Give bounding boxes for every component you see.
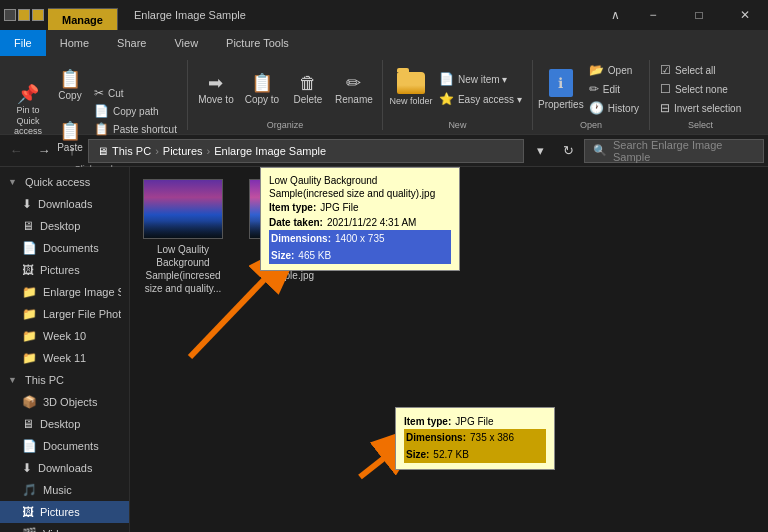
close-button[interactable]: ✕ bbox=[722, 0, 768, 30]
copy-button[interactable]: 📋 Copy bbox=[52, 60, 88, 110]
open-icon: 📂 bbox=[589, 63, 604, 77]
search-icon: 🔍 bbox=[593, 144, 607, 157]
sidebar-item-downloads[interactable]: ⬇ Downloads bbox=[0, 193, 129, 215]
ribbon: File Home Share View Picture Tools 📌 Pin… bbox=[0, 30, 768, 135]
path-part-1: This PC bbox=[112, 145, 151, 157]
tooltip1-size-row: Size: 465 KB bbox=[269, 247, 451, 264]
file-thumbnail-1 bbox=[143, 179, 223, 239]
easy-access-icon: ⭐ bbox=[439, 92, 454, 106]
paste-shortcut-button[interactable]: 📋 Paste shortcut bbox=[90, 121, 181, 137]
title-bar: Manage Enlarge Image Sample ∧ − □ ✕ bbox=[0, 0, 768, 30]
cut-button[interactable]: ✂ Cut bbox=[90, 85, 181, 101]
pin-to-quick-button[interactable]: 📌 Pin to Quick access bbox=[6, 84, 50, 138]
tab-view[interactable]: View bbox=[160, 30, 212, 56]
delete-button[interactable]: 🗑 Delete bbox=[286, 62, 330, 116]
downloads-icon: ⬇ bbox=[22, 197, 32, 211]
sidebar-item-desktop-pc[interactable]: 🖥 Desktop bbox=[0, 413, 129, 435]
easy-access-button[interactable]: ⭐ Easy access ▾ bbox=[435, 91, 526, 107]
sidebar-item-documents-pc[interactable]: 📄 Documents bbox=[0, 435, 129, 457]
up-button[interactable]: ↑ bbox=[60, 139, 84, 163]
tab-home[interactable]: Home bbox=[46, 30, 103, 56]
clipboard-group: 📌 Pin to Quick access 📋 Copy 📋 Paste bbox=[0, 60, 188, 130]
sidebar-item-quick-access-header[interactable]: ▼ Quick access bbox=[0, 171, 129, 193]
sidebar-item-week10[interactable]: 📁 Week 10 bbox=[0, 325, 129, 347]
sidebar-item-larger-file[interactable]: 📁 Larger File Photo... bbox=[0, 303, 129, 325]
path-part-2: Pictures bbox=[163, 145, 203, 157]
select-items: ☑ Select all ☐ Select none ⊟ Invert sele… bbox=[656, 60, 745, 118]
week11-icon: 📁 bbox=[22, 351, 37, 365]
tab-picture-tools[interactable]: Picture Tools bbox=[212, 30, 303, 56]
invert-selection-button[interactable]: ⊟ Invert selection bbox=[656, 100, 745, 116]
new-small-col: 📄 New item ▾ ⭐ Easy access ▾ bbox=[435, 71, 526, 107]
organize-items: ➡ Move to 📋 Copy to 🗑 Delete ✏ Rename bbox=[194, 60, 376, 118]
properties-button[interactable]: ℹ Properties bbox=[539, 62, 583, 116]
select-none-icon: ☐ bbox=[660, 82, 671, 96]
rename-icon: ✏ bbox=[346, 74, 361, 92]
tooltip1-filename-row: Low Qaulity Background Sample(incresed s… bbox=[269, 174, 451, 200]
thispc-label: This PC bbox=[25, 374, 64, 386]
back-button[interactable]: ← bbox=[4, 139, 28, 163]
quick-access-label: Quick access bbox=[25, 176, 90, 188]
tab-file[interactable]: File bbox=[0, 30, 46, 56]
open-group: ℹ Properties 📂 Open ✏ Edit 🕐 History bbox=[533, 60, 650, 130]
tooltip1-size: 465 KB bbox=[298, 248, 331, 263]
tab-share[interactable]: Share bbox=[103, 30, 160, 56]
delete-icon: 🗑 bbox=[299, 74, 317, 92]
ribbon-content: 📌 Pin to Quick access 📋 Copy 📋 Paste bbox=[0, 56, 768, 134]
new-item-button[interactable]: 📄 New item ▾ bbox=[435, 71, 526, 87]
chevron-icon: ▼ bbox=[8, 177, 17, 187]
search-box[interactable]: 🔍 Search Enlarge Image Sample bbox=[584, 139, 764, 163]
select-label: Select bbox=[688, 120, 713, 130]
open-button[interactable]: 📂 Open bbox=[585, 62, 643, 78]
rename-button[interactable]: ✏ Rename bbox=[332, 62, 376, 116]
3d-icon: 📦 bbox=[22, 395, 37, 409]
new-folder-button[interactable]: New folder bbox=[389, 62, 433, 116]
select-all-button[interactable]: ☑ Select all bbox=[656, 62, 745, 78]
edit-icon: ✏ bbox=[589, 82, 599, 96]
sidebar-item-desktop[interactable]: 🖥 Desktop bbox=[0, 215, 129, 237]
sidebar-item-music[interactable]: 🎵 Music bbox=[0, 479, 129, 501]
sidebar-item-week11[interactable]: 📁 Week 11 bbox=[0, 347, 129, 369]
paste-shortcut-icon: 📋 bbox=[94, 122, 109, 136]
refresh-button[interactable]: ↻ bbox=[556, 139, 580, 163]
new-group: New folder 📄 New item ▾ ⭐ Easy access ▾ … bbox=[383, 60, 533, 130]
tooltip1-date-row: Date taken: 2021/11/22 4:31 AM bbox=[269, 215, 451, 230]
minimize-button[interactable]: − bbox=[630, 0, 676, 30]
sidebar-item-downloads-pc[interactable]: ⬇ Downloads bbox=[0, 457, 129, 479]
desktop-pc-icon: 🖥 bbox=[22, 417, 34, 431]
sidebar-item-pictures[interactable]: 🖼 Pictures bbox=[0, 259, 129, 281]
sidebar-item-pictures-pc[interactable]: 🖼 Pictures bbox=[0, 501, 129, 523]
help-button[interactable]: ∧ bbox=[600, 0, 630, 30]
dropdown-button[interactable]: ▾ bbox=[528, 139, 552, 163]
new-item-icon: 📄 bbox=[439, 72, 454, 86]
tooltip2-type-row: Item type: JPG File bbox=[404, 414, 546, 429]
manage-tab[interactable]: Manage bbox=[48, 8, 118, 30]
folder-icon bbox=[397, 72, 425, 94]
tooltip2-size-row: Size: 52.7 KB bbox=[404, 446, 546, 463]
move-to-button[interactable]: ➡ Move to bbox=[194, 62, 238, 116]
sidebar-item-enlarge[interactable]: 📁 Enlarge Image Sa... bbox=[0, 281, 129, 303]
tooltip1-date: 2021/11/22 4:31 AM bbox=[327, 215, 417, 230]
content-area: Low Qaulity Background Sample(incresed s… bbox=[130, 167, 768, 532]
organize-group: ➡ Move to 📋 Copy to 🗑 Delete ✏ Rename Or… bbox=[188, 60, 383, 130]
sidebar-item-thispc-header[interactable]: ▼ This PC bbox=[0, 369, 129, 391]
sidebar-item-videos[interactable]: 🎬 Videos bbox=[0, 523, 129, 532]
copy-icon: 📋 bbox=[59, 70, 81, 88]
tooltip2-dimensions: 735 x 386 bbox=[470, 430, 514, 445]
title-bar-left: Manage Enlarge Image Sample bbox=[0, 0, 258, 30]
copy-to-button[interactable]: 📋 Copy to bbox=[240, 62, 284, 116]
path-sep-1: › bbox=[155, 145, 159, 157]
ribbon-tabs: File Home Share View Picture Tools bbox=[0, 30, 768, 56]
address-path[interactable]: 🖥 This PC › Pictures › Enlarge Image Sam… bbox=[88, 139, 524, 163]
pictures-icon: 🖼 bbox=[22, 263, 34, 277]
sidebar-item-3d[interactable]: 📦 3D Objects bbox=[0, 391, 129, 413]
invert-icon: ⊟ bbox=[660, 101, 670, 115]
history-button[interactable]: 🕐 History bbox=[585, 100, 643, 116]
select-none-button[interactable]: ☐ Select none bbox=[656, 81, 745, 97]
file-item-1[interactable]: Low Qaulity Background Sample(incresed s… bbox=[138, 175, 228, 299]
sidebar-item-documents[interactable]: 📄 Documents bbox=[0, 237, 129, 259]
edit-button[interactable]: ✏ Edit bbox=[585, 81, 643, 97]
copy-path-button[interactable]: 📄 Copy path bbox=[90, 103, 181, 119]
restore-button[interactable]: □ bbox=[676, 0, 722, 30]
forward-button[interactable]: → bbox=[32, 139, 56, 163]
